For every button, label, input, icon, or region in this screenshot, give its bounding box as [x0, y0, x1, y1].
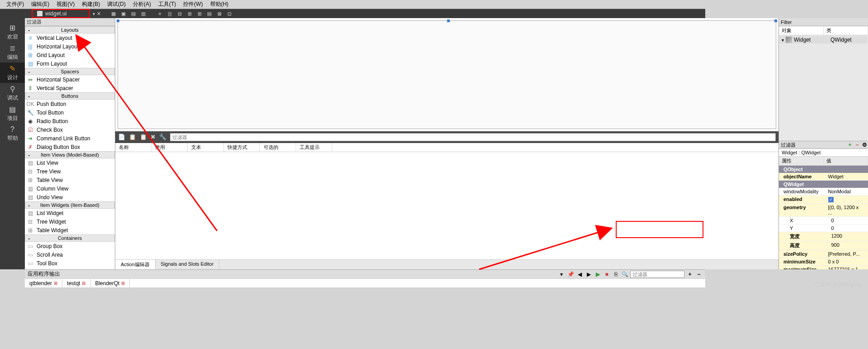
- add-property-icon[interactable]: +: [846, 141, 854, 148]
- property-value[interactable]: 0: [827, 217, 868, 224]
- menu-item[interactable]: 视图(V): [54, 0, 77, 9]
- widget-item[interactable]: ⊞Grid Layout: [25, 51, 115, 59]
- minimize-icon[interactable]: ▾: [558, 271, 565, 278]
- layout-vsplit-icon[interactable]: ⊞: [186, 10, 193, 17]
- property-filter-label[interactable]: 过滤器: [779, 142, 846, 148]
- tab-dropdown-icon[interactable]: ▾: [93, 11, 95, 16]
- widget-item[interactable]: ⊟Tree Widget: [25, 217, 115, 226]
- project-tab[interactable]: BlenderQt⊠: [90, 279, 130, 287]
- widget-item[interactable]: ▭Group Box: [25, 242, 115, 250]
- widget-item[interactable]: ➜Command Link Button: [25, 134, 115, 143]
- widget-item[interactable]: ⇕Vertical Spacer: [25, 84, 115, 92]
- action-column-header[interactable]: 名称: [115, 143, 151, 152]
- action-table-body[interactable]: [115, 152, 778, 260]
- mode-帮助[interactable]: ?帮助: [0, 124, 25, 144]
- widget-item[interactable]: ⊞Table View: [25, 176, 115, 184]
- property-menu-icon[interactable]: ⚙: [861, 141, 868, 148]
- widget-item[interactable]: ▭Scroll Area: [25, 250, 115, 259]
- action-filter-input[interactable]: [170, 133, 776, 141]
- mode-调试[interactable]: ⚲调试: [0, 83, 25, 103]
- search-icon[interactable]: 🔍: [621, 271, 628, 278]
- widget-item[interactable]: ▥Column View: [25, 184, 115, 193]
- property-value[interactable]: [Preferred, P...: [824, 250, 868, 258]
- property-row[interactable]: minimumSize0 x 0: [779, 258, 868, 266]
- object-filter-label[interactable]: Filter: [779, 18, 868, 26]
- resize-handle[interactable]: [117, 19, 119, 22]
- widget-item[interactable]: ≡Vertical Layout: [25, 33, 115, 42]
- action-column-header[interactable]: 可选的: [260, 143, 296, 152]
- widget-item[interactable]: ⊞Table Widget: [25, 226, 115, 234]
- property-value[interactable]: 900: [827, 241, 868, 250]
- menu-item[interactable]: 文件(F): [4, 0, 27, 9]
- widget-item[interactable]: ▭Tool Box: [25, 259, 115, 268]
- file-tab[interactable]: widget.ui: [32, 9, 90, 18]
- property-row[interactable]: enabled✓: [779, 196, 868, 204]
- action-column-header[interactable]: 使用: [151, 143, 188, 152]
- pin-icon[interactable]: 📌: [567, 271, 574, 278]
- action-column-header[interactable]: 工具提示: [296, 143, 332, 152]
- bottom-tab[interactable]: Signals and Slots Editor: [156, 260, 220, 269]
- property-row[interactable]: maximumSize16777215 x 1...: [779, 266, 868, 269]
- property-row[interactable]: 高度900: [779, 241, 868, 250]
- menu-item[interactable]: 工具(T): [156, 0, 179, 9]
- copy-action-icon[interactable]: 📋: [129, 134, 136, 140]
- add-icon[interactable]: +: [686, 271, 693, 278]
- break-layout-icon[interactable]: ⊠: [216, 10, 223, 17]
- adjust-size-icon[interactable]: ⊡: [226, 10, 233, 17]
- widget-list[interactable]: Layouts≡Vertical Layout|||Horizontal Lay…: [25, 26, 115, 269]
- widget-category[interactable]: Spacers: [25, 68, 115, 75]
- widget-category[interactable]: Layouts: [25, 26, 115, 33]
- layout-h-icon[interactable]: ≡: [156, 10, 163, 17]
- edit-widgets-icon[interactable]: ▦: [110, 10, 117, 17]
- property-value[interactable]: 16777215 x 1...: [824, 266, 868, 269]
- widget-item[interactable]: ▤List View: [25, 158, 115, 167]
- menu-item[interactable]: 构建(B): [79, 0, 103, 9]
- mode-编辑[interactable]: ≣编辑: [0, 42, 25, 62]
- layout-form-icon[interactable]: ▤: [206, 10, 213, 17]
- prev-icon[interactable]: ◀: [576, 271, 583, 278]
- widget-category[interactable]: Containers: [25, 234, 115, 242]
- property-row[interactable]: geometry[(0, 0), 1200 x ...: [779, 204, 868, 217]
- action-column-header[interactable]: 快捷方式: [224, 143, 260, 152]
- menu-item[interactable]: 控件(W): [180, 0, 205, 9]
- delete-action-icon[interactable]: ✖: [151, 134, 156, 140]
- resize-handle[interactable]: [447, 19, 450, 22]
- resize-handle[interactable]: [774, 19, 777, 22]
- property-value[interactable]: 0: [827, 225, 868, 232]
- widget-item[interactable]: ⊟Tree View: [25, 167, 115, 176]
- widget-item[interactable]: ☑Check Box: [25, 125, 115, 134]
- property-value[interactable]: NonModal: [824, 188, 868, 195]
- action-column-header[interactable]: 文本: [188, 143, 224, 152]
- project-tab[interactable]: testqt⊠: [62, 279, 90, 287]
- property-value[interactable]: 0 x 0: [824, 258, 868, 265]
- property-value[interactable]: Widget: [824, 173, 868, 180]
- property-row[interactable]: X0: [779, 217, 868, 225]
- menu-item[interactable]: 帮助(H): [208, 0, 231, 9]
- widget-item[interactable]: |||Horizontal Layout: [25, 42, 115, 51]
- close-icon[interactable]: ⊠: [82, 281, 85, 286]
- next-icon[interactable]: ▶: [585, 271, 592, 278]
- object-row[interactable]: ▾ Widget QWidget: [780, 36, 867, 43]
- edit-signals-icon[interactable]: ▣: [120, 10, 127, 17]
- menu-item[interactable]: 编辑(E): [28, 0, 52, 9]
- expand-icon[interactable]: ▾: [782, 38, 784, 43]
- run-icon[interactable]: ▶: [594, 271, 601, 278]
- property-list[interactable]: QObjectobjectNameWidgetQWidgetwindowModa…: [779, 166, 868, 269]
- widget-category[interactable]: Item Views (Model-Based): [25, 151, 115, 158]
- config-action-icon[interactable]: 🔧: [159, 134, 166, 140]
- close-icon[interactable]: ⊠: [121, 281, 125, 286]
- property-group[interactable]: QObject: [779, 166, 868, 173]
- paste-action-icon[interactable]: 📋: [140, 134, 147, 140]
- property-row[interactable]: Y0: [779, 225, 868, 232]
- output-filter-input[interactable]: [630, 271, 684, 278]
- layout-v-icon[interactable]: |||: [166, 10, 173, 17]
- widget-item[interactable]: ▤List Widget: [25, 209, 115, 217]
- property-group[interactable]: QWidget: [779, 181, 868, 188]
- edit-buddies-icon[interactable]: ▤: [130, 10, 137, 17]
- attach-icon[interactable]: ⎘: [612, 271, 619, 278]
- mode-欢迎[interactable]: ⊞欢迎: [0, 22, 25, 42]
- remove-property-icon[interactable]: −: [854, 141, 861, 148]
- widget-category[interactable]: Buttons: [25, 92, 115, 100]
- property-row[interactable]: 宽度1200: [779, 232, 868, 241]
- layout-hsplit-icon[interactable]: ⊟: [176, 10, 183, 17]
